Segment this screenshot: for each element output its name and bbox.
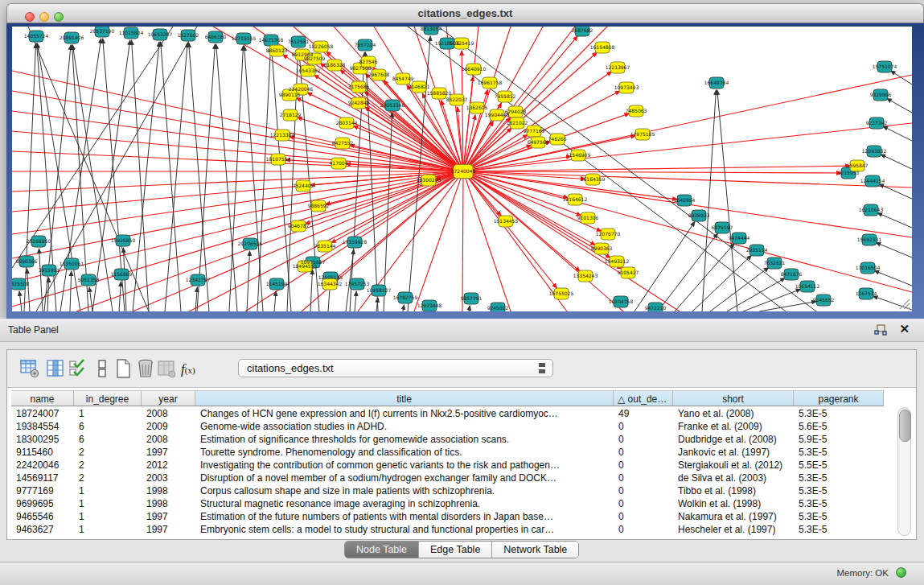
graph-node-label: 9046787 xyxy=(288,223,310,229)
column-select-icon[interactable] xyxy=(68,359,88,378)
citation-edge-red[interactable] xyxy=(463,156,571,171)
citation-edge-black[interactable] xyxy=(891,71,912,84)
table-row[interactable]: 969969511998Structural magnetic resonanc… xyxy=(11,497,884,510)
table-row[interactable]: 1456911722003Disruption of a novel membe… xyxy=(11,472,884,484)
citation-edge-black[interactable] xyxy=(229,46,244,311)
tab-edge-table[interactable]: Edge Table xyxy=(419,542,492,558)
column-header-in_degree[interactable]: in_degree xyxy=(74,390,142,406)
citation-edge-black[interactable] xyxy=(19,291,22,311)
citation-edge-black[interactable] xyxy=(89,287,92,311)
import-table-icon[interactable] xyxy=(157,359,176,378)
table-row[interactable]: 1872400712008Changes of HCN gene express… xyxy=(11,407,884,420)
table-row[interactable]: 2242004622012Investigating the contribut… xyxy=(11,459,884,472)
citation-edge-red[interactable] xyxy=(463,171,841,173)
function-builder-icon[interactable]: f(x) xyxy=(181,361,207,381)
table-cell: 14569117 xyxy=(11,472,74,484)
column-header-pagerank[interactable]: pagerank xyxy=(794,390,884,406)
float-panel-icon[interactable] xyxy=(874,324,887,336)
citation-network-graph[interactable]: 1405572420891406205371901101580410653287… xyxy=(12,27,912,311)
table-cell: Embryonic stem cells: a model to study s… xyxy=(195,523,614,536)
table-cell: 19384554 xyxy=(11,420,74,433)
column-header-title[interactable]: title xyxy=(195,390,614,406)
graph-node-label: 8186328 xyxy=(324,62,346,68)
table-row[interactable]: 1830029562008Estimation of significance … xyxy=(11,433,884,446)
graph-node-label: 12213389 xyxy=(270,132,295,138)
table-header-row: namein_degreeyeartitle△ out_de…shortpage… xyxy=(11,390,884,406)
column-header-year[interactable]: year xyxy=(142,390,195,406)
citation-edge-black[interactable] xyxy=(879,184,912,199)
canvas-resize-grip[interactable] xyxy=(897,297,910,310)
close-panel-icon[interactable]: ✕ xyxy=(899,322,910,336)
citation-edge-black[interactable] xyxy=(60,39,101,311)
new-table-icon[interactable] xyxy=(113,359,133,378)
row-height-icon[interactable] xyxy=(92,359,112,378)
graph-node-label: 9777169 xyxy=(524,128,545,134)
delete-table-icon[interactable] xyxy=(136,359,155,378)
table-row[interactable]: 1938455462009Genome-wide association stu… xyxy=(11,420,884,433)
column-header-name[interactable]: name xyxy=(11,390,74,406)
citation-edge-black[interactable] xyxy=(39,249,43,311)
network-canvas[interactable]: 1405572420891406205371901101580410653287… xyxy=(12,27,912,311)
citation-edge-red[interactable] xyxy=(462,171,463,311)
citation-edge-black[interactable] xyxy=(161,42,181,311)
citation-edge-black[interactable] xyxy=(119,282,121,311)
citation-edge-red[interactable] xyxy=(463,171,595,245)
scrollbar-thumb[interactable] xyxy=(899,410,911,442)
graph-node-label: 9827508 xyxy=(350,65,372,71)
graph-node-label: 9890115 xyxy=(279,92,301,97)
tab-node-table[interactable]: Node Table xyxy=(345,542,419,558)
citation-edge-black[interactable] xyxy=(47,278,49,311)
citation-edge-black[interactable] xyxy=(244,46,263,311)
citation-edge-black[interactable] xyxy=(384,113,392,311)
citation-edge-black[interactable] xyxy=(310,270,313,311)
citation-edge-red[interactable] xyxy=(331,171,463,243)
citation-edge-black[interactable] xyxy=(759,302,816,311)
citation-edge-black[interactable] xyxy=(257,47,271,311)
column-header-short[interactable]: short xyxy=(673,390,794,406)
graph-node-label: 16755025 xyxy=(549,290,574,296)
table-cell: 5.3E-5 xyxy=(794,510,884,523)
citation-edge-black[interactable] xyxy=(877,213,912,228)
table-panel: Table Panel ✕ xyxy=(0,319,924,562)
citation-edge-black[interactable] xyxy=(883,126,912,141)
table-selector-dropdown[interactable]: citations_edges.txt xyxy=(238,359,553,377)
tab-network-table[interactable]: Network Table xyxy=(492,542,578,558)
table-row[interactable]: 911546021997Tourette syndrome. Phenomeno… xyxy=(11,446,884,459)
table-cell: 1997 xyxy=(142,523,195,536)
table-cell: 6 xyxy=(74,433,142,446)
citation-edge-black[interactable] xyxy=(355,291,356,311)
citation-edge-black[interactable] xyxy=(887,98,912,113)
column-header-out_de[interactable]: △ out_de… xyxy=(614,390,673,406)
citation-edge-black[interactable] xyxy=(743,289,801,311)
citation-edge-black[interactable] xyxy=(70,271,72,311)
graph-node-label: 9215953 xyxy=(838,170,860,175)
table-row[interactable]: 977716911998Corpus callosum shape and si… xyxy=(11,484,884,497)
citation-edge-red[interactable] xyxy=(298,117,463,171)
graph-node-label: 7955812 xyxy=(495,93,516,99)
citation-edge-black[interactable] xyxy=(24,43,36,311)
citation-edge-red[interactable] xyxy=(463,166,850,171)
citation-edge-red[interactable] xyxy=(311,171,463,262)
citation-edge-black[interactable] xyxy=(881,154,912,169)
table-row[interactable]: 946554611997Estimation of the future num… xyxy=(11,510,884,523)
citation-edge-black[interactable] xyxy=(876,242,912,257)
vertical-scrollbar[interactable] xyxy=(897,407,911,536)
window-titlebar[interactable]: citations_edges.txt xyxy=(6,3,924,23)
citation-edge-red[interactable] xyxy=(463,75,912,171)
graph-node-label: 12076770 xyxy=(596,231,621,237)
graph-node-label: 14671368 xyxy=(259,37,284,43)
memory-ok-indicator-icon[interactable] xyxy=(896,567,906,578)
graph-node-label: 12093832 xyxy=(862,148,887,154)
column-visibility-icon[interactable] xyxy=(46,359,65,378)
table-settings-icon[interactable] xyxy=(20,359,39,378)
citation-edge-black[interactable] xyxy=(165,43,187,311)
citation-edge-black[interactable] xyxy=(469,306,470,311)
citation-edge-black[interactable] xyxy=(274,291,276,311)
citation-edge-black[interactable] xyxy=(27,269,30,311)
graph-node-label: 18107554 xyxy=(266,156,291,162)
graph-node-label: 25266950 xyxy=(27,238,51,244)
citation-edge-black[interactable] xyxy=(403,305,404,311)
table-cell: Genome-wide association studies in ADHD. xyxy=(195,420,614,433)
table-row[interactable]: 946362711997Embryonic stem cells: a mode… xyxy=(11,523,884,536)
citation-edge-black[interactable] xyxy=(634,221,695,311)
